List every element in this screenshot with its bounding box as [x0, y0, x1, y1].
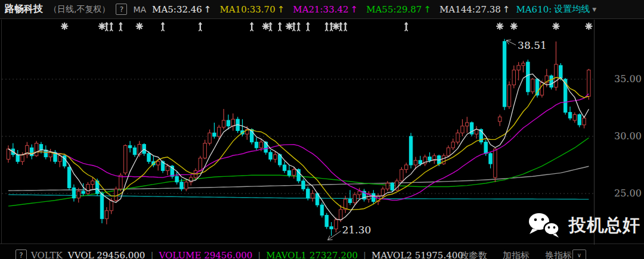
footer-field: VOLUME 29456.000 [159, 250, 252, 259]
price-annotation: 21.30 [342, 224, 371, 236]
watermark-text: 投机总奸 [569, 214, 640, 238]
ma-readout: MA55:29.87↑ [366, 4, 431, 15]
footer-field: VVOL 29456.000 [68, 250, 145, 259]
footer-actions: 改参数加指标换指标 [460, 250, 572, 259]
separator: | [258, 250, 261, 259]
indicator-name: VOLTK [31, 250, 63, 259]
wechat-icon [527, 212, 562, 239]
footer-field: MAVOL1 27327.200 [266, 250, 358, 259]
footer-action[interactable]: 改参数 [460, 250, 487, 259]
ma-readout: MA144:27.38↑ [439, 4, 510, 15]
stock-name: 路畅科技 [5, 3, 43, 15]
price-annotation: 38.51 [518, 39, 547, 51]
signal-markers [61, 23, 592, 32]
watermark: 投机总奸 [527, 212, 640, 239]
ma-readout: MA5:32.46↑ [152, 4, 211, 15]
chevron-down-icon: ▼ [592, 7, 596, 13]
footer-fields: VOLTK VVOL 29456.000|VOLUME 29456.000|MA… [31, 250, 472, 259]
help-icon[interactable]: ? [16, 249, 27, 259]
stock-chart-window: 38.5121.30 路畅科技 （日线,不复权） ? MA MA5:32.46↑… [0, 0, 644, 259]
chart-header: 路畅科技 （日线,不复权） ? MA MA5:32.46↑MA10:33.70↑… [0, 0, 644, 19]
help-icon[interactable]: ? [116, 4, 127, 15]
separator: | [150, 250, 153, 259]
ma-readout: MA21:33.42↑ [293, 4, 358, 15]
footer-action[interactable]: 加指标 [503, 250, 530, 259]
candles [7, 39, 590, 236]
ma610-value: 设置均线 [554, 4, 590, 15]
ma-readout: MA10:33.70↑ [219, 4, 284, 15]
indicator-bar: ? VOLTK VVOL 29456.000|VOLUME 29456.000|… [0, 245, 644, 259]
footer-action[interactable]: 换指标 [545, 250, 572, 259]
baseline-line [8, 195, 589, 199]
ma-indicator-label: MA [133, 5, 146, 14]
chart-period-label: （日线,不复权） [49, 4, 110, 15]
expand-pane-button[interactable]: ∨ [572, 249, 586, 259]
ma610-dropdown[interactable]: MA610: 设置均线 ▼ [516, 4, 596, 15]
separator: | [363, 250, 366, 259]
ma610-label: MA610: [516, 4, 552, 15]
chevron-down-icon: ∨ [577, 252, 581, 258]
ma-readout-list: MA5:32.46↑MA10:33.70↑MA21:33.42↑MA55:29.… [152, 4, 510, 15]
footer-field: MAVOL2 51975.400 [371, 250, 463, 259]
